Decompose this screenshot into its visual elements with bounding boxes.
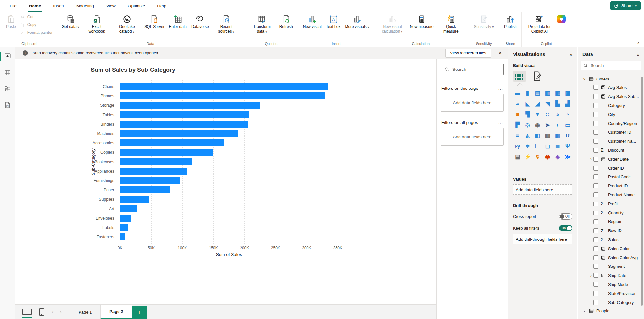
bar-chairs[interactable] — [120, 83, 328, 90]
excel-workbook-button[interactable]: XExcel workbook — [82, 13, 111, 34]
tab-page-1[interactable]: Page 1 — [70, 305, 100, 319]
field-checkbox[interactable] — [593, 166, 598, 171]
field-state-province[interactable]: State/Province — [578, 289, 644, 298]
menu-insert[interactable]: Insert — [52, 0, 65, 12]
metrics-icon[interactable]: Ψ — [563, 142, 572, 150]
new-measure-button[interactable]: New measure — [408, 13, 435, 30]
field-avg-sales-sub[interactable]: Avg Sales Sub... — [578, 92, 644, 101]
report-canvas[interactable]: Sum of Sales by Sub-Category Sub-Categor… — [15, 59, 436, 304]
field-checkbox[interactable] — [593, 291, 598, 296]
card-icon[interactable]: ▭ — [563, 121, 572, 129]
waterfall-chart-icon[interactable]: ▜ — [523, 110, 532, 118]
bar-copiers[interactable] — [120, 149, 213, 156]
bar-tables[interactable] — [120, 111, 249, 118]
field-order-date[interactable]: ›Order Date — [578, 155, 644, 164]
area-chart-icon[interactable]: ◣ — [523, 100, 532, 108]
bar-supplies[interactable] — [120, 196, 149, 203]
menu-home[interactable]: Home — [28, 0, 42, 12]
field-checkbox[interactable] — [593, 264, 598, 269]
menu-view[interactable]: View — [106, 0, 116, 12]
funnel-chart-icon[interactable]: ▼ — [533, 110, 542, 118]
bar-bookcases[interactable] — [120, 158, 192, 165]
chevron-right-icon[interactable]: › — [588, 273, 593, 278]
diamond-visual-icon[interactable]: ◈ — [553, 153, 562, 161]
power-automate-icon[interactable]: ↯ — [533, 153, 542, 161]
enter-data-button[interactable]: Enter data — [167, 13, 189, 30]
bar-storage[interactable] — [120, 102, 260, 109]
smart-narrative-icon[interactable]: ≣ — [553, 142, 562, 150]
tab-build-visual[interactable] — [513, 71, 526, 82]
field-checkbox[interactable] — [593, 157, 598, 162]
menu-help[interactable]: Help — [156, 0, 167, 12]
filters-search-input[interactable]: Search — [441, 64, 504, 75]
refresh-button[interactable]: Refresh — [278, 13, 295, 30]
sidebar-item-report-view[interactable] — [0, 51, 15, 62]
filters-all-pages-dropzone[interactable]: Add data fields here — [441, 128, 504, 146]
scatter-chart-icon[interactable]: ∷ — [543, 110, 552, 118]
field-checkbox[interactable] — [593, 282, 598, 287]
field-sales-color[interactable]: Sales Color — [578, 244, 644, 253]
field-checkbox[interactable] — [593, 94, 598, 99]
bar-phones[interactable] — [120, 92, 325, 99]
bar-machines[interactable] — [120, 130, 238, 137]
get-data-button[interactable]: Get data ∨ — [60, 13, 81, 30]
field-checkbox[interactable] — [593, 237, 598, 242]
field-segment[interactable]: Segment — [578, 262, 644, 271]
field-category[interactable]: Category — [578, 101, 644, 110]
chevron-right-icon[interactable]: › — [588, 157, 593, 161]
field-profit[interactable]: ΣProfit — [578, 199, 644, 208]
table-orders[interactable]: ∨Orders — [578, 75, 644, 83]
share-button[interactable]: Share ∨ — [610, 1, 641, 10]
publish-button[interactable]: Publish — [502, 13, 518, 30]
cross-report-toggle[interactable]: Off — [559, 213, 572, 220]
tab-format-visual[interactable] — [532, 71, 542, 81]
kpi-icon[interactable]: ◭ — [523, 132, 532, 140]
clustered-column-chart-icon[interactable]: ▥ — [543, 89, 552, 97]
field-sub-category[interactable]: Sub-Category — [578, 298, 644, 307]
onelake-catalog-button[interactable]: OneLake catalog ∨ — [112, 13, 142, 34]
field-checkbox[interactable] — [593, 219, 598, 224]
field-checkbox[interactable] — [593, 211, 598, 215]
field-region[interactable]: Region — [578, 217, 644, 226]
stacked-column-chart-icon[interactable]: ▮ — [523, 89, 532, 97]
field-checkbox[interactable] — [593, 246, 598, 251]
bar-art[interactable] — [120, 205, 137, 212]
field-checkbox[interactable] — [593, 121, 598, 126]
python-visual-icon[interactable]: Py — [513, 142, 522, 150]
matrix-icon[interactable]: ▩ — [553, 132, 562, 140]
power-apps-icon[interactable]: ⚡ — [523, 153, 532, 161]
close-icon[interactable]: × — [499, 50, 502, 56]
100-stacked-area-chart-icon[interactable]: ◥ — [543, 100, 552, 108]
field-checkbox[interactable] — [593, 112, 598, 117]
filters-page-dropzone[interactable]: Add data fields here — [441, 94, 504, 112]
slicer-icon[interactable]: ◧ — [533, 132, 542, 140]
sidebar-item-model-view[interactable] — [0, 83, 15, 94]
ribbon-chart-icon[interactable]: ≋ — [513, 110, 522, 118]
collapse-pane-icon[interactable]: » — [637, 52, 639, 57]
map-icon[interactable]: ◎ — [523, 121, 532, 129]
menu-modeling[interactable]: Modeling — [76, 0, 95, 12]
field-sales-color-avg[interactable]: Sales Color Avg — [578, 253, 644, 262]
power-automate-visual-icon[interactable]: ≫ — [563, 153, 572, 161]
paginated-report-icon[interactable]: ▤ — [513, 153, 522, 161]
field-checkbox[interactable] — [593, 174, 598, 179]
field-product-name[interactable]: Product Name — [578, 191, 644, 200]
quick-measure-button[interactable]: Quick measure — [436, 13, 466, 34]
bar-furnishings[interactable] — [120, 177, 180, 184]
bar-binders[interactable] — [120, 121, 248, 128]
bar-accessories[interactable] — [120, 139, 224, 146]
field-checkbox[interactable] — [593, 192, 598, 197]
previous-page-icon[interactable]: ‹ — [49, 305, 57, 319]
field-row-id[interactable]: ΣRow ID — [578, 226, 644, 235]
sidebar-item-table-view[interactable] — [0, 67, 15, 78]
mobile-layout-button[interactable] — [34, 305, 49, 319]
text-box-button[interactable]: AText box — [324, 13, 343, 30]
field-checkbox[interactable] — [593, 183, 598, 188]
more-options-icon[interactable]: ... — [498, 86, 503, 91]
100-stacked-column-chart-icon[interactable]: ▩ — [563, 89, 572, 97]
field-checkbox[interactable] — [593, 139, 598, 144]
chevron-down-icon[interactable]: ∨ — [582, 77, 586, 81]
table-icon[interactable]: ▦ — [543, 132, 552, 140]
more-visual-options[interactable]: ... — [514, 163, 572, 168]
dataverse-button[interactable]: Dataverse — [189, 13, 211, 30]
